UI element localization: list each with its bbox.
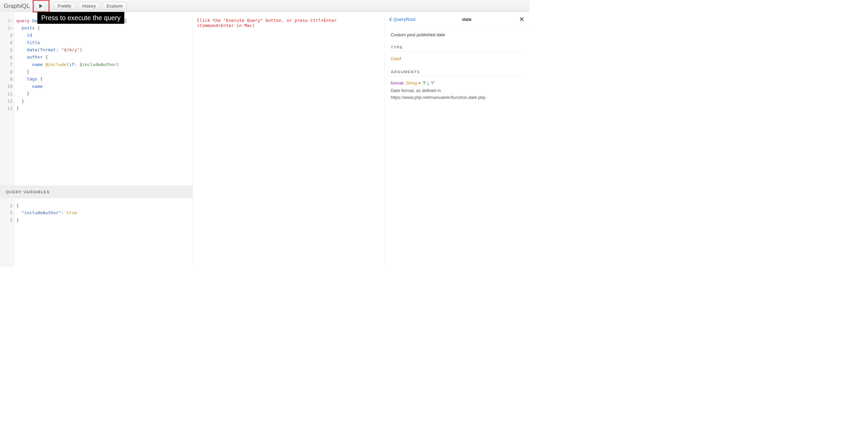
variables-editor[interactable]: 123 { "includeAuthor": true} — [0, 198, 193, 267]
doc-back-button[interactable]: QueryRoot — [389, 16, 416, 22]
doc-arg-name[interactable]: format — [391, 80, 403, 85]
result-pane: Click the "Execute Query" button, or pre… — [193, 12, 385, 267]
query-editor[interactable]: 1▼2▼345678910111213 query GetPosts($incl… — [0, 12, 193, 186]
doc-type-heading: TYPE — [391, 45, 524, 52]
doc-arg-desc: Date format, as defined in https://www.p… — [391, 87, 524, 100]
execute-button[interactable] — [35, 1, 47, 11]
chevron-left-icon — [389, 17, 392, 21]
variables-gutter: 123 — [0, 198, 15, 267]
doc-explorer: QueryRoot date Custom post published dat… — [385, 12, 529, 267]
editor-column: 1▼2▼345678910111213 query GetPosts($incl… — [0, 12, 193, 267]
doc-arg-default: "F j, Y" — [422, 80, 435, 85]
query-code[interactable]: query GetPosts($includeAuthor: Boolean!)… — [15, 12, 193, 186]
doc-arguments-heading: ARGUMENTS — [391, 69, 524, 76]
topbar: GraphiQL Press to execute the query Pret… — [0, 0, 529, 12]
explorer-button[interactable]: Explorer — [103, 2, 127, 10]
variables-code[interactable]: { "includeAuthor": true} — [15, 198, 193, 267]
result-placeholder: Click the "Execute Query" button, or pre… — [197, 18, 368, 28]
play-icon — [39, 4, 43, 8]
doc-description: Custom post published date — [391, 32, 524, 37]
history-button[interactable]: History — [78, 2, 100, 10]
doc-close-button[interactable] — [518, 16, 525, 23]
prettify-button[interactable]: Prettify — [54, 2, 75, 10]
app-logo: GraphiQL — [4, 3, 30, 10]
execute-tooltip: Press to execute the query — [37, 12, 124, 24]
doc-argument-row: format: String = "F j, Y" Date format, a… — [391, 80, 524, 100]
doc-back-label: QueryRoot — [393, 16, 416, 22]
doc-arg-type[interactable]: String — [406, 80, 417, 85]
doc-title: date — [416, 16, 518, 22]
query-variables-header[interactable]: QUERY VARIABLES — [0, 186, 193, 198]
doc-type-value[interactable]: Date! — [391, 56, 524, 61]
query-gutter: 1▼2▼345678910111213 — [0, 12, 15, 186]
close-icon — [520, 17, 524, 21]
